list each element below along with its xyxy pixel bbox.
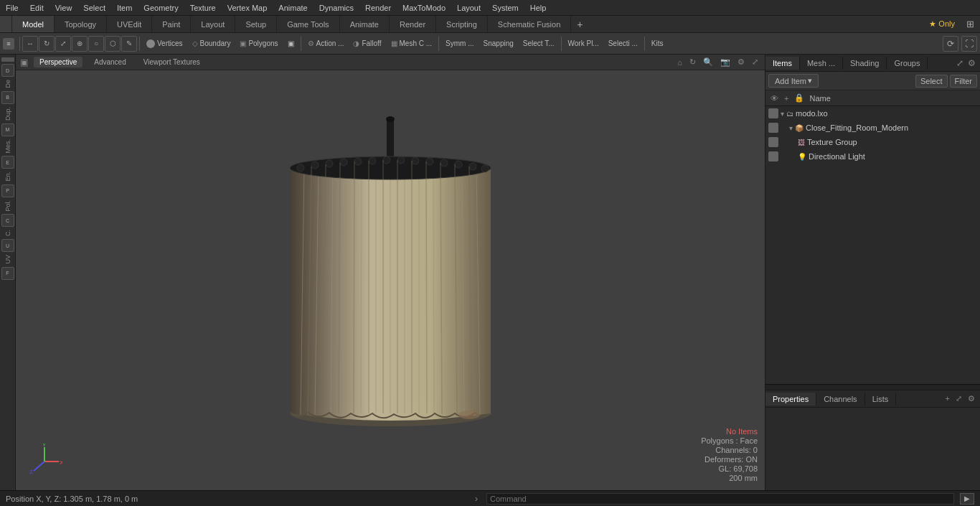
left-tool-4[interactable]: E [1, 156, 14, 169]
viewport-toggle-icon[interactable]: ▣ [20, 57, 28, 67]
menu-system[interactable]: System [486, 2, 524, 14]
rpanel-icon-settings[interactable]: ⚙ [966, 57, 977, 70]
toolbar-toggle-btn[interactable]: ≡ [3, 38, 14, 50]
items-icon-visible[interactable]: 👁 [768, 93, 781, 103]
tab-star-button[interactable]: ★ Only [923, 17, 961, 31]
menu-item[interactable]: Item [111, 2, 138, 14]
vp-icon-home[interactable]: ⌂ [675, 57, 684, 67]
props-tab-channels[interactable]: Channels [816, 393, 864, 406]
vp-icon-zoom[interactable]: 🔍 [701, 57, 715, 67]
item-texture-group[interactable]: 🖼 Texture Group [765, 135, 980, 149]
item-vis-light[interactable] [768, 151, 778, 161]
toolbar-boundary[interactable]: ◇ Boundary [188, 35, 235, 52]
toolbar-symm[interactable]: Symm ... [441, 35, 478, 52]
left-tool-8[interactable]: F [1, 267, 14, 280]
props-tab-properties[interactable]: Properties [765, 393, 816, 406]
tab-model[interactable]: Model [12, 16, 55, 32]
toolbar-mesh-type[interactable]: ▣ [283, 35, 298, 52]
menu-texture[interactable]: Texture [184, 2, 222, 14]
scene-area[interactable]: X Y Z No Items Polygons : Face Channels:… [16, 70, 765, 490]
left-tool-3[interactable]: M [1, 123, 14, 136]
tab-setup[interactable]: Setup [235, 16, 277, 32]
vp-icon-expand[interactable]: ⤢ [750, 57, 760, 67]
item-close-fitting[interactable]: ▾ 📦 Close_Fitting_Room_Modern [765, 121, 980, 135]
tab-topology[interactable]: Topology [55, 16, 107, 32]
tool-rotate[interactable]: ↻ [39, 36, 55, 52]
vp-tab-advanced[interactable]: Advanced [88, 57, 131, 67]
toolbar-falloff[interactable]: ◑ Falloff [349, 35, 385, 52]
items-select-button[interactable]: Select [915, 75, 948, 88]
toolbar-work-pl[interactable]: Work Pl... [564, 35, 603, 52]
default-layouts-dropdown[interactable] [0, 16, 12, 32]
menu-file[interactable]: File [0, 2, 24, 14]
item-expand-mesh[interactable]: ▾ [789, 124, 793, 132]
left-tool-7[interactable]: U [1, 239, 14, 252]
vp-icon-rotate[interactable]: ↻ [687, 57, 698, 67]
command-input[interactable] [486, 493, 954, 505]
tab-maximize-button[interactable]: ⊞ [961, 17, 980, 32]
left-tool-6[interactable]: C [1, 214, 14, 227]
vp-tab-perspective[interactable]: Perspective [34, 57, 83, 67]
rpanel-tab-mesh[interactable]: Mesh ... [800, 57, 843, 70]
menu-select[interactable]: Select [77, 2, 111, 14]
viewport[interactable]: ▣ Perspective Advanced Viewport Textures… [16, 55, 765, 490]
tab-scripting[interactable]: Scripting [436, 16, 488, 32]
vp-tab-textures[interactable]: Viewport Textures [138, 57, 206, 67]
items-icon-lock[interactable]: 🔒 [792, 93, 806, 103]
item-modo-lxo[interactable]: ▾ 🗂 modo.lxo [765, 106, 980, 121]
menu-geometry[interactable]: Geometry [138, 2, 184, 14]
tab-render[interactable]: Render [390, 16, 436, 32]
tool-select-shape[interactable]: ○ [88, 36, 104, 52]
tab-paint[interactable]: Paint [152, 16, 191, 32]
item-directional-light[interactable]: 💡 Directional Light [765, 149, 980, 164]
tab-game-tools[interactable]: Game Tools [277, 16, 340, 32]
tool-scale[interactable]: ⤢ [55, 36, 71, 52]
left-tool-1[interactable]: D [1, 64, 14, 77]
item-expand-modo[interactable]: ▾ [781, 110, 784, 118]
command-run-button[interactable]: ▶ [960, 493, 974, 505]
items-filter-button[interactable]: Filter [950, 75, 977, 88]
toolbar-select-t[interactable]: Select T... [519, 35, 559, 52]
props-icon-add[interactable]: + [943, 393, 952, 405]
tool-transform[interactable]: ⊕ [72, 36, 88, 52]
menu-edit[interactable]: Edit [24, 2, 50, 14]
left-tool-2[interactable]: B [1, 91, 14, 104]
menu-vertex-map[interactable]: Vertex Map [222, 2, 273, 14]
fullscreen-icon[interactable]: ⛶ [961, 36, 977, 52]
add-item-button[interactable]: Add Item ▾ [768, 74, 819, 88]
menu-dynamics[interactable]: Dynamics [314, 2, 359, 14]
tool-move[interactable]: ↔ [22, 36, 38, 52]
tab-animate[interactable]: Animate [340, 16, 390, 32]
tool-pen[interactable]: ✎ [121, 36, 137, 52]
toolbar-mesh-c[interactable]: ▦ Mesh C ... [387, 35, 437, 52]
items-list[interactable]: ▾ 🗂 modo.lxo ▾ 📦 Close_Fitting_Room_Mode… [765, 106, 980, 384]
toolbar-selecti[interactable]: Selecti ... [604, 35, 642, 52]
statusbar-arrow[interactable]: › [472, 494, 481, 504]
menu-view[interactable]: View [50, 2, 78, 14]
toolbar-action[interactable]: ⚙ Action ... [303, 35, 349, 52]
viewport-reset-icon[interactable]: ⟳ [943, 36, 958, 52]
tab-schematic-fusion[interactable]: Schematic Fusion [488, 16, 571, 32]
item-vis-mesh[interactable] [768, 123, 778, 133]
rpanel-tab-shading[interactable]: Shading [843, 57, 887, 70]
menu-help[interactable]: Help [524, 2, 552, 14]
vp-icon-settings[interactable]: ⚙ [735, 57, 747, 67]
left-tool-5[interactable]: P [1, 184, 14, 197]
vp-icon-render[interactable]: 📷 [718, 57, 732, 67]
item-vis-texture[interactable] [768, 137, 778, 147]
rpanel-icon-expand[interactable]: ⤢ [955, 57, 965, 70]
menu-render[interactable]: Render [359, 2, 397, 14]
toolbar-snapping[interactable]: Snapping [479, 35, 518, 52]
rpanel-tab-items[interactable]: Items [765, 57, 800, 70]
items-list-scrollbar[interactable] [765, 384, 980, 390]
toolbar-vertices[interactable]: Vertices [142, 35, 187, 52]
tab-layout[interactable]: Layout [191, 16, 235, 32]
tool-poly[interactable]: ⬡ [105, 36, 121, 52]
props-icon-settings[interactable]: ⚙ [966, 393, 977, 405]
props-tab-lists[interactable]: Lists [865, 393, 897, 406]
menu-animate[interactable]: Animate [273, 2, 313, 14]
props-icon-expand[interactable]: ⤢ [953, 393, 964, 405]
tab-uvedit[interactable]: UVEdit [107, 16, 152, 32]
menu-maxtomodo[interactable]: MaxToModo [397, 2, 451, 14]
item-vis-modo[interactable] [768, 108, 778, 118]
